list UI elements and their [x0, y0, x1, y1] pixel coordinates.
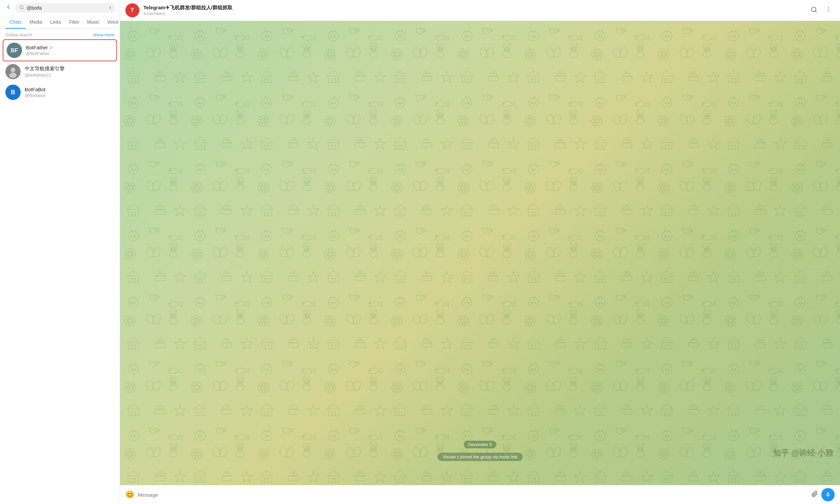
attach-button[interactable] [811, 491, 818, 499]
svg-point-9 [828, 11, 829, 12]
message-input-bar: 😊 [120, 485, 840, 504]
chat-header-info: Telegram✈飞机群发/群组拉人/群组抓取 4 members [143, 5, 804, 16]
tab-files[interactable]: Files [65, 16, 83, 29]
avatar-zhongwen [5, 64, 21, 79]
chat-header: T Telegram✈飞机群发/群组拉人/群组抓取 4 members [120, 0, 840, 21]
search-chat-button[interactable] [808, 5, 820, 16]
right-panel: T Telegram✈飞机群发/群组拉人/群组抓取 4 members [120, 0, 840, 504]
global-search-header: Global search show more [0, 29, 120, 39]
search-input[interactable] [27, 5, 106, 11]
message-input[interactable] [138, 492, 808, 498]
result-item-zhongwen[interactable]: 中文导航搜索引擎 @botfahter21 [0, 61, 120, 82]
chat-background: December 5 Yixuan z joined the group via… [120, 21, 840, 485]
chat-title: Telegram✈飞机群发/群组拉人/群组抓取 [143, 5, 804, 11]
clear-button[interactable]: × [109, 5, 112, 11]
chat-subtitle: 4 members [143, 11, 804, 16]
result-item-botfather[interactable]: BF BotFather ✓ @BotFather [3, 39, 117, 61]
result-info-botfabot: BotFaBot @Botfabot [25, 87, 46, 98]
svg-rect-40 [120, 21, 840, 485]
emoji-button[interactable]: 😊 [125, 490, 134, 499]
tab-links[interactable]: Links [46, 16, 65, 29]
result-handle-botfabot: @Botfabot [25, 93, 46, 98]
result-info-botfather: BotFather ✓ @BotFather [26, 44, 53, 56]
voice-button[interactable] [821, 488, 835, 501]
join-message: Yixuan z joined the group via invite lin… [438, 453, 523, 461]
svg-point-4 [11, 68, 15, 72]
tab-music[interactable]: Music [83, 16, 103, 29]
tab-media[interactable]: Media [26, 16, 46, 29]
result-handle-botfather: @BotFather [26, 51, 53, 56]
search-icon [19, 5, 24, 11]
result-handle-zhongwen: @botfahter21 [25, 73, 65, 78]
svg-point-8 [828, 9, 829, 10]
tabs-bar: Chats Media Links Files Music Voice [0, 16, 120, 29]
svg-text:BF: BF [11, 48, 18, 53]
result-name-zhongwen: 中文导航搜索引擎 [25, 66, 65, 72]
search-bar: × [0, 0, 120, 16]
result-name-botfabot: BotFaBot [25, 87, 46, 92]
chat-header-actions [808, 5, 835, 16]
svg-point-5 [9, 73, 17, 78]
verified-icon: ✓ [49, 45, 53, 50]
search-input-wrap: × [15, 3, 116, 13]
chat-avatar: T [125, 3, 139, 17]
back-button[interactable] [4, 3, 13, 13]
result-name-botfather: BotFather ✓ [26, 44, 53, 50]
left-panel: × Chats Media Links Files Music Voice Gl… [0, 0, 120, 504]
result-item-botfabot[interactable]: B BotFaBot @Botfabot [0, 82, 120, 103]
date-badge: December 5 [464, 441, 497, 448]
show-more-button[interactable]: show more [93, 32, 114, 37]
avatar-botfather: BF [7, 43, 22, 58]
more-options-button[interactable] [823, 5, 835, 16]
result-info-zhongwen: 中文导航搜索引擎 @botfahter21 [25, 66, 65, 78]
tab-chats[interactable]: Chats [5, 16, 26, 29]
global-search-label: Global search [5, 32, 32, 37]
avatar-botfabot: B [5, 85, 21, 100]
background-pattern [120, 21, 840, 485]
svg-point-7 [828, 7, 829, 8]
